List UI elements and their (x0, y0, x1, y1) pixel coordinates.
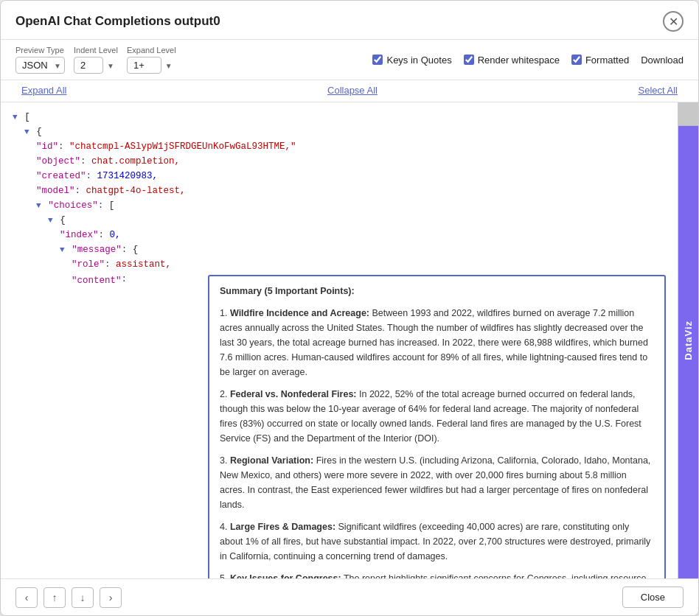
download-link[interactable]: Download (641, 55, 684, 66)
content-point2: 2. Federal vs. Nonfederal Fires: In 2022… (220, 387, 654, 446)
json-line: "created": 1731420983, (13, 169, 666, 183)
json-key: "model" (36, 186, 75, 196)
indent-level-select[interactable]: 2 4 (74, 57, 103, 74)
preview-type-label: Preview Type (15, 46, 65, 55)
content-point3: 3. Regional Variation: Fires in the west… (220, 453, 654, 512)
json-line: "id": "chatcmpl-ASlypW1jSFRDGEUnKoFwGaL9… (13, 139, 666, 154)
json-value: chat.completion, (91, 156, 180, 167)
keys-in-quotes-group[interactable]: Keys in Quotes (372, 55, 451, 66)
side-panel-top (678, 102, 698, 126)
down-button[interactable]: ↓ (72, 587, 94, 608)
json-key: "created" (36, 171, 86, 181)
json-line: ▼ [ (13, 110, 666, 125)
indent-level-label: Indent Level (74, 46, 118, 55)
preview-type-select-wrapper: JSON ▼ (15, 57, 65, 74)
up-button[interactable]: ↑ (44, 587, 66, 608)
side-panel: DataViz (678, 102, 698, 578)
formatted-checkbox[interactable] (571, 55, 582, 65)
expand-level-select[interactable]: 1+ 2+ All (127, 57, 161, 74)
json-line: ▼ { (13, 213, 666, 228)
expand-level-select-wrapper: 1+ 2+ All ▼ (127, 57, 176, 74)
json-line: "index": 0, (13, 228, 666, 242)
modal-header: OpenAI Chat Completions output0 ✕ (1, 1, 698, 40)
collapse-arrow[interactable]: ▼ (13, 111, 18, 125)
formatted-label: Formatted (585, 55, 629, 66)
expand-all-button[interactable]: Expand All (15, 83, 72, 97)
collapse-arrow[interactable]: ▼ (24, 126, 29, 139)
json-viewer[interactable]: ▼ [ ▼ { "id": "chatcmpl-ASlypW1jSFRDGEUn… (1, 102, 678, 578)
keys-in-quotes-checkbox[interactable] (372, 55, 383, 65)
preview-type-group: Preview Type JSON ▼ (15, 46, 65, 74)
json-value: chatgpt-4o-latest, (86, 186, 186, 196)
render-whitespace-checkbox[interactable] (464, 55, 474, 65)
json-value: 1731420983, (97, 171, 159, 181)
toolbar-row1: Preview Type JSON ▼ Indent Level 2 4 ▼ (1, 40, 698, 80)
json-line: "role": assistant, (13, 257, 666, 272)
collapse-arrow[interactable]: ▼ (60, 244, 65, 257)
content-box: Summary (5 Important Points): 1. Wildfir… (208, 275, 666, 578)
chevron-down-icon3: ▼ (165, 61, 173, 69)
json-line: ▼ "message": { (13, 242, 666, 257)
json-line: ▼ "choices": [ (13, 198, 666, 213)
content-summary-title: Summary (5 Important Points): (220, 284, 654, 298)
json-value: assistant, (116, 259, 171, 270)
close-footer-button[interactable]: Close (622, 587, 684, 608)
collapse-arrow[interactable]: ▼ (36, 200, 41, 213)
json-key: "id" (36, 141, 58, 152)
expand-level-group: Expand Level 1+ 2+ All ▼ (127, 46, 176, 74)
next-button[interactable]: › (100, 587, 122, 608)
render-whitespace-group[interactable]: Render whitespace (464, 55, 560, 66)
formatted-group[interactable]: Formatted (571, 55, 629, 66)
content-point1: 1. Wildfire Incidence and Acreage: Betwe… (220, 306, 654, 379)
keys-in-quotes-label: Keys in Quotes (386, 55, 451, 66)
toolbar-left: Preview Type JSON ▼ Indent Level 2 4 ▼ (15, 46, 176, 74)
json-key: "choices" (48, 200, 98, 211)
collapse-all-button[interactable]: Collapse All (321, 83, 383, 97)
render-whitespace-label: Render whitespace (478, 55, 560, 66)
json-line: "object": chat.completion, (13, 154, 666, 169)
modal-title: OpenAI Chat Completions output0 (15, 14, 220, 29)
json-key: "index" (60, 230, 99, 240)
content-key: "content" (13, 272, 122, 288)
expand-level-label: Expand Level (127, 46, 176, 55)
json-key: "object" (36, 156, 80, 167)
footer: ‹ ↑ ↓ › Close (1, 578, 698, 615)
collapse-arrow[interactable]: ▼ (48, 214, 53, 228)
json-line: "model": chatgpt-4o-latest, (13, 183, 666, 198)
indent-level-select-wrapper: 2 4 ▼ (74, 57, 118, 74)
indent-level-group: Indent Level 2 4 ▼ (74, 46, 118, 74)
chevron-down-icon2: ▼ (107, 61, 114, 69)
side-panel-label: DataViz (683, 321, 694, 360)
json-key: "role" (72, 259, 105, 270)
content-line: "content": Summary (5 Important Points):… (13, 272, 666, 578)
json-value: "chatcmpl-ASlypW1jSFRDGEUnKoFwGaL93HTME,… (69, 141, 296, 152)
close-icon[interactable]: ✕ (663, 11, 684, 32)
select-all-button[interactable]: Select All (633, 83, 684, 97)
toolbar-right: Keys in Quotes Render whitespace Formatt… (372, 55, 684, 66)
json-value: 0, (110, 230, 121, 240)
preview-type-select[interactable]: JSON (15, 57, 65, 74)
toolbar-row2: Expand All Collapse All Select All (1, 80, 698, 102)
main-area: ▼ [ ▼ { "id": "chatcmpl-ASlypW1jSFRDGEUn… (1, 102, 698, 578)
modal: OpenAI Chat Completions output0 ✕ Previe… (0, 0, 699, 616)
colon: : (122, 272, 128, 287)
content-point5: 5. Key Issues for Congress: The report h… (220, 571, 654, 578)
content-point4: 4. Large Fires & Damages: Significant wi… (220, 519, 654, 564)
json-line: ▼ { (13, 125, 666, 139)
json-key: "message" (72, 245, 122, 255)
prev-button[interactable]: ‹ (15, 587, 38, 608)
